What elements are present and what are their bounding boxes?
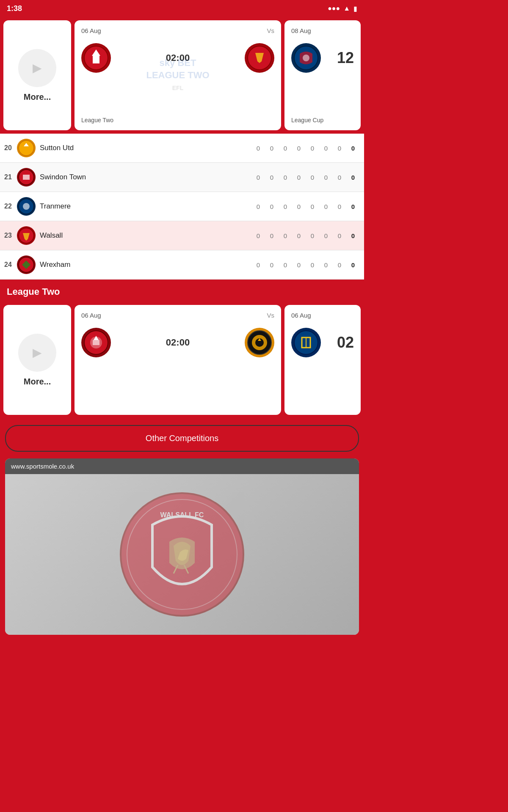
walsall-badge-table bbox=[17, 226, 36, 245]
svg-rect-9 bbox=[23, 175, 30, 180]
match1-time: 02:00 bbox=[166, 52, 190, 63]
blackburn-badge bbox=[291, 43, 321, 73]
signal-icon: ▲ bbox=[343, 5, 350, 12]
wifi-icon: ●●● bbox=[328, 5, 340, 12]
league-two-cards-row: ▶ More... 06 Aug Vs 02:00 bbox=[0, 302, 364, 418]
lt-match2-date: 06 Aug bbox=[291, 312, 311, 319]
row-pos-20: 20 bbox=[4, 144, 17, 152]
lt-match1-date: 06 Aug bbox=[81, 312, 101, 319]
league-table: 20 Sutton Utd 0 0 0 0 0 0 0 0 21 Swindon… bbox=[0, 134, 364, 280]
row-name-tranmere: Tranmere bbox=[40, 202, 251, 211]
more-card-league-two[interactable]: ▶ More... bbox=[3, 305, 71, 415]
match1-date: 06 Aug bbox=[81, 27, 101, 34]
more-card-top[interactable]: ▶ More... bbox=[3, 20, 71, 130]
row-pos-24: 24 bbox=[4, 261, 17, 269]
match-card-accrington-newport[interactable]: 06 Aug Vs 02:00 bbox=[75, 305, 281, 415]
svg-text:WALSALL FC: WALSALL FC bbox=[160, 511, 204, 518]
status-bar: 1:38 ●●● ▲ ▮ bbox=[0, 0, 364, 17]
league-two-header: League Two bbox=[0, 280, 364, 302]
table-row[interactable]: 21 Swindon Town 0 0 0 0 0 0 0 0 bbox=[0, 163, 364, 192]
match2-teams: 12 bbox=[291, 43, 354, 73]
svg-point-5 bbox=[303, 55, 309, 61]
match2-competition: League Cup bbox=[291, 117, 323, 123]
table-row[interactable]: 20 Sutton Utd 0 0 0 0 0 0 0 0 bbox=[0, 134, 364, 163]
lt-match1-vs: Vs bbox=[267, 312, 274, 319]
battery-icon: ▮ bbox=[353, 5, 357, 13]
match-card-league-cup[interactable]: 08 Aug 12 League Cup bbox=[284, 20, 361, 130]
row-pos-21: 21 bbox=[4, 173, 17, 181]
more-label-top: More... bbox=[24, 92, 51, 102]
row-name-swindon: Swindon Town bbox=[40, 173, 251, 181]
morecambe-badge bbox=[81, 43, 111, 73]
row-name-walsall: Walsall bbox=[40, 231, 251, 240]
lt-match1-time: 02:00 bbox=[166, 337, 190, 348]
row-name-sutton: Sutton Utd bbox=[40, 144, 251, 152]
more-circle: ▶ bbox=[18, 49, 56, 87]
accrington-badge bbox=[81, 328, 111, 357]
web-preview-bar: www.sportsmole.co.uk bbox=[5, 458, 359, 474]
tranmere-badge bbox=[17, 197, 36, 216]
top-cards-row: ▶ More... 06 Aug Vs sky BETLEAGUE TWOEFL… bbox=[0, 17, 364, 134]
match2-date: 08 Aug bbox=[291, 27, 311, 34]
match-card-colchester[interactable]: 06 Aug 02 bbox=[284, 305, 361, 415]
wrexham-badge bbox=[17, 255, 36, 274]
table-row-walsall[interactable]: 23 Walsall 0 0 0 0 0 0 0 0 bbox=[0, 221, 364, 250]
row-name-wrexham: Wrexham bbox=[40, 261, 251, 269]
more-label-lt: More... bbox=[24, 377, 51, 387]
web-preview-image: WALSALL FC bbox=[5, 474, 359, 635]
other-competitions-button[interactable]: Other Competitions bbox=[5, 425, 359, 452]
walsall-badge-top bbox=[245, 43, 274, 73]
table-row[interactable]: 22 Tranmere 0 0 0 0 0 0 0 0 bbox=[0, 192, 364, 221]
swindon-badge bbox=[17, 168, 36, 187]
row-pos-22: 22 bbox=[4, 203, 17, 210]
match1-competition: League Two bbox=[81, 117, 113, 123]
status-icons: ●●● ▲ ▮ bbox=[328, 5, 357, 13]
web-preview[interactable]: www.sportsmole.co.uk WALSALL FC bbox=[5, 458, 359, 635]
more-circle-lt: ▶ bbox=[18, 334, 56, 372]
newport-badge bbox=[245, 328, 274, 357]
svg-point-6 bbox=[19, 140, 34, 156]
svg-rect-17 bbox=[93, 340, 99, 345]
match-card-league-two-top[interactable]: 06 Aug Vs sky BETLEAGUE TWOEFL 02:00 bbox=[75, 20, 281, 130]
table-row[interactable]: 24 Wrexham 0 0 0 0 0 0 0 0 bbox=[0, 250, 364, 280]
lt-match2-time: 02 bbox=[337, 334, 354, 351]
match1-teams: 02:00 bbox=[81, 43, 274, 73]
match2-score: 12 bbox=[337, 49, 354, 67]
colchester-badge bbox=[291, 328, 321, 357]
sutton-badge bbox=[17, 139, 36, 157]
row-pos-23: 23 bbox=[4, 232, 17, 239]
svg-rect-2 bbox=[93, 56, 99, 63]
match1-vs: Vs bbox=[267, 27, 274, 34]
lt-match2-teams: 02 bbox=[291, 328, 354, 357]
svg-point-11 bbox=[23, 203, 30, 210]
web-url: www.sportsmole.co.uk bbox=[11, 463, 74, 470]
lt-match1-teams: 02:00 bbox=[81, 328, 274, 357]
status-time: 1:38 bbox=[7, 4, 22, 13]
